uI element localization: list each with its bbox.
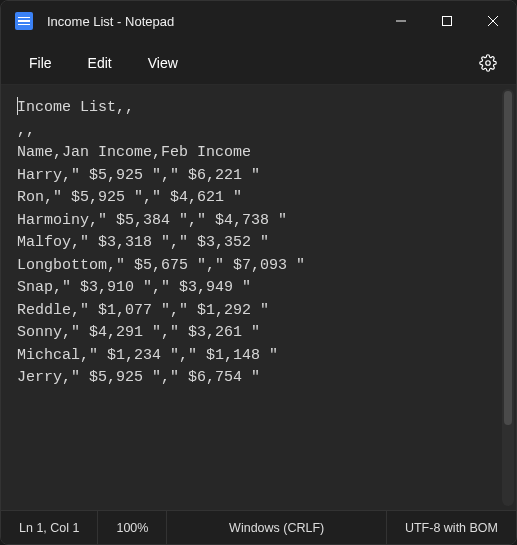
window-title: Income List - Notepad: [47, 14, 378, 29]
window-controls: [378, 1, 516, 41]
menu-view[interactable]: View: [130, 49, 196, 77]
close-button[interactable]: [470, 1, 516, 41]
text-editor[interactable]: Income List,, ,, Name,Jan Income,Feb Inc…: [1, 85, 516, 510]
vertical-scrollbar[interactable]: [502, 89, 514, 506]
minimize-button[interactable]: [378, 1, 424, 41]
scrollbar-thumb[interactable]: [504, 91, 512, 425]
svg-point-4: [486, 60, 491, 65]
titlebar: Income List - Notepad: [1, 1, 516, 41]
maximize-button[interactable]: [424, 1, 470, 41]
status-line-ending[interactable]: Windows (CRLF): [167, 511, 386, 544]
status-zoom[interactable]: 100%: [98, 511, 167, 544]
notepad-icon: [15, 12, 33, 30]
settings-button[interactable]: [470, 45, 506, 81]
statusbar: Ln 1, Col 1 100% Windows (CRLF) UTF-8 wi…: [1, 510, 516, 544]
maximize-icon: [442, 16, 452, 26]
editor-content: Income List,, ,, Name,Jan Income,Feb Inc…: [17, 97, 500, 390]
menu-edit[interactable]: Edit: [70, 49, 130, 77]
menubar: File Edit View: [1, 41, 516, 85]
close-icon: [488, 16, 498, 26]
svg-rect-1: [443, 17, 452, 26]
gear-icon: [479, 54, 497, 72]
status-encoding[interactable]: UTF-8 with BOM: [387, 511, 516, 544]
menu-file[interactable]: File: [11, 49, 70, 77]
minimize-icon: [396, 16, 406, 26]
text-cursor: [17, 97, 18, 115]
status-position[interactable]: Ln 1, Col 1: [1, 511, 98, 544]
